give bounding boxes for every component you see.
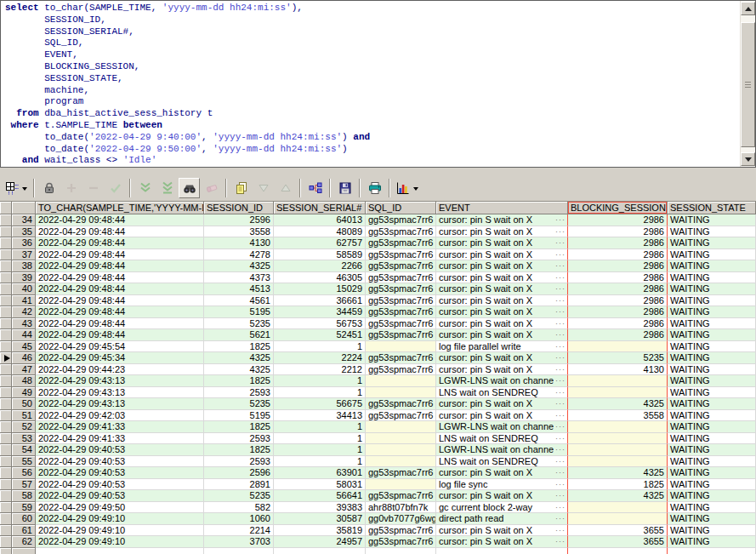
cell-ellipsis-button[interactable]: ··· [554, 467, 566, 477]
cell-ellipsis-button[interactable]: ··· [554, 295, 566, 306]
cell-session-serial[interactable]: 1 [274, 421, 366, 433]
cell-session-serial[interactable]: 30587 [274, 513, 366, 525]
save-results-button[interactable] [334, 178, 355, 198]
cell-ellipsis-button[interactable]: ··· [554, 410, 566, 420]
cell-session-serial[interactable]: 63901 [274, 467, 366, 479]
cell-session-state[interactable]: WAITING [668, 444, 756, 456]
row-number-cell[interactable]: 45 [12, 341, 36, 353]
cell-session-id[interactable]: 1060 [204, 513, 274, 525]
cell-event[interactable]: log file parallel write··· [436, 341, 568, 353]
row-indicator-cell[interactable] [0, 237, 12, 249]
cell-blocking-session[interactable]: 2986 [568, 295, 668, 307]
cell-ellipsis-button[interactable]: ··· [554, 536, 566, 546]
cell-ellipsis-button[interactable]: ··· [554, 456, 566, 466]
cell-session-state[interactable]: WAITING [668, 272, 756, 284]
row-number-cell[interactable]: 58 [12, 490, 36, 502]
row-indicator-cell[interactable] [0, 502, 12, 514]
cell-sql-id[interactable] [366, 479, 436, 491]
cell-session-serial[interactable]: 34459 [274, 306, 366, 318]
row-number-cell[interactable]: 43 [12, 318, 36, 330]
cell-ellipsis-button[interactable]: ··· [554, 318, 566, 328]
row-number-cell[interactable]: 53 [12, 433, 36, 445]
cell-sample-time[interactable]: 2022-04-29 09:40:53 [36, 467, 204, 479]
cell-session-state[interactable]: WAITING [668, 260, 756, 272]
cell-sql-id[interactable]: gg53spmac7rr6 [366, 260, 436, 272]
cell-sql-id[interactable]: gg53spmac7rr6 [366, 410, 436, 422]
scrollbar-thumb[interactable] [741, 22, 755, 147]
editor-vertical-scrollbar[interactable] [740, 1, 755, 167]
cell-ellipsis-button[interactable]: ··· [554, 479, 566, 489]
cell-blocking-session[interactable] [568, 375, 668, 387]
cell-ellipsis-button[interactable]: ··· [554, 272, 566, 283]
row-indicator-cell[interactable] [0, 375, 12, 387]
row-number-cell[interactable]: 35 [12, 226, 36, 238]
row-indicator-cell[interactable] [0, 467, 12, 479]
cell-sample-time[interactable]: 2022-04-29 09:48:44 [36, 214, 204, 226]
cell-event[interactable]: cursor: pin S wait on X··· [436, 398, 568, 410]
cell-ellipsis-button[interactable]: ··· [554, 306, 566, 317]
cell-blocking-session[interactable]: 4325 [568, 490, 668, 502]
cell-session-state[interactable]: WAITING [668, 364, 756, 376]
cell-event[interactable]: cursor: pin S wait on X··· [436, 283, 568, 295]
cell-blocking-session[interactable]: 2986 [568, 249, 668, 261]
cell-sql-id[interactable]: gg53spmac7rr6 [366, 536, 436, 548]
cell-session-serial[interactable]: 1 [274, 387, 366, 399]
cell-sql-id[interactable]: gg53spmac7rr6 [366, 226, 436, 238]
cell-session-id[interactable]: 5235 [204, 398, 274, 410]
cell-event[interactable]: cursor: pin S wait on X··· [436, 329, 568, 341]
cell-session-state[interactable]: WAITING [668, 513, 756, 525]
cell-event[interactable]: cursor: pin S wait on X··· [436, 525, 568, 537]
row-indicator-cell[interactable] [0, 329, 12, 341]
cell-event[interactable]: LNS wait on SENDREQ··· [436, 456, 568, 468]
row-indicator-cell[interactable] [0, 318, 12, 330]
cell-ellipsis-button[interactable]: ··· [554, 433, 566, 443]
cell-session-id[interactable]: 2593 [204, 456, 274, 468]
cell-sample-time[interactable]: 2022-04-29 09:49:10 [36, 513, 204, 525]
row-number-cell[interactable]: 39 [12, 272, 36, 284]
row-number-cell[interactable]: 56 [12, 467, 36, 479]
cell-session-serial[interactable]: 46305 [274, 272, 366, 284]
cell-session-serial[interactable]: 56675 [274, 398, 366, 410]
row-indicator-cell[interactable] [0, 283, 12, 295]
row-indicator-cell[interactable] [0, 260, 12, 272]
cell-sample-time[interactable]: 2022-04-29 09:40:53 [36, 479, 204, 491]
cell-blocking-session[interactable]: 2986 [568, 226, 668, 238]
cell-sql-id[interactable]: gg53spmac7rr6 [366, 467, 436, 479]
cell-session-serial[interactable]: 56641 [274, 490, 366, 502]
cell-sample-time[interactable]: 2022-04-29 09:48:44 [36, 295, 204, 307]
row-indicator-cell[interactable] [0, 398, 12, 410]
cell-sample-time[interactable]: 2022-04-29 09:40:53 [36, 490, 204, 502]
cell-session-serial[interactable]: 24957 [274, 536, 366, 548]
cell-session-state[interactable]: WAITING [668, 295, 756, 307]
cell-sql-id[interactable] [366, 444, 436, 456]
cell-sql-id[interactable]: gg53spmac7rr6 [366, 490, 436, 502]
cell-sample-time[interactable]: 2022-04-29 09:49:10 [36, 525, 204, 537]
cell-ellipsis-button[interactable]: ··· [554, 502, 566, 512]
cell-session-serial[interactable]: 58031 [274, 479, 366, 491]
cell-session-id[interactable]: 3558 [204, 226, 274, 238]
cell-session-serial[interactable]: 1 [274, 444, 366, 456]
cell-event[interactable]: cursor: pin S wait on X··· [436, 352, 568, 364]
cell-session-id[interactable]: 5195 [204, 410, 274, 422]
row-number-cell[interactable]: 52 [12, 421, 36, 433]
cell-session-state[interactable]: WAITING [668, 536, 756, 548]
row-indicator-cell[interactable] [0, 249, 12, 261]
row-indicator-cell[interactable] [0, 306, 12, 318]
cell-session-state[interactable]: WAITING [668, 341, 756, 353]
row-number-cell[interactable]: 36 [12, 237, 36, 249]
column-header-session-state[interactable]: SESSION_STATE [668, 202, 756, 214]
cell-event[interactable]: cursor: pin S wait on X··· [436, 272, 568, 284]
cell-ellipsis-button[interactable]: ··· [554, 490, 566, 500]
cell-session-id[interactable]: 4325 [204, 364, 274, 376]
cell-session-id[interactable]: 1825 [204, 375, 274, 387]
chart-button[interactable] [394, 178, 421, 198]
cell-blocking-session[interactable]: 1825 [568, 479, 668, 491]
cell-session-serial[interactable]: 15029 [274, 283, 366, 295]
cell-blocking-session[interactable]: 4325 [568, 467, 668, 479]
cell-ellipsis-button[interactable]: ··· [554, 375, 566, 386]
cell-sample-time[interactable]: 2022-04-29 09:43:13 [36, 398, 204, 410]
cell-sample-time[interactable]: 2022-04-29 09:48:44 [36, 272, 204, 284]
cell-sql-id[interactable]: gg53spmac7rr6 [366, 249, 436, 261]
cell-blocking-session[interactable]: 3655 [568, 525, 668, 537]
cell-event[interactable]: cursor: pin S wait on X··· [436, 214, 568, 226]
